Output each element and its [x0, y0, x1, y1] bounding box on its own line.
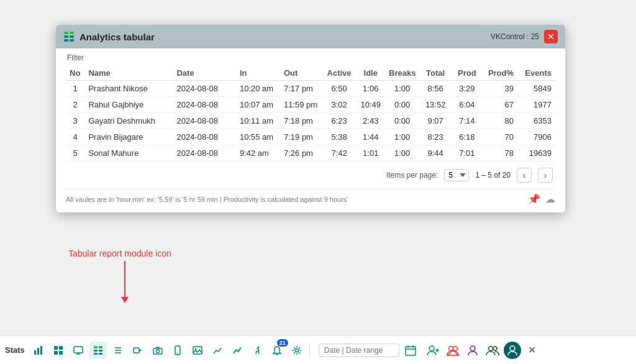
- svg-point-34: [295, 348, 298, 352]
- cell-date: 2024-08-08: [173, 129, 235, 145]
- vkcontrol-label: VKControl : 25: [491, 32, 539, 41]
- svg-rect-5: [70, 39, 74, 42]
- modal-header: Analytics tabular VKControl : 25 ✕: [56, 25, 565, 48]
- cloud-icon[interactable]: ☁: [545, 193, 555, 205]
- svg-point-46: [493, 347, 497, 350]
- date-range-input[interactable]: [319, 344, 399, 357]
- main-area: Analytics tabular VKControl : 25 ✕ Filte…: [0, 0, 636, 335]
- svg-rect-9: [54, 346, 58, 350]
- cell-out: 7:26 pm: [280, 145, 322, 162]
- person-icon[interactable]: [248, 342, 266, 359]
- cell-in: 9:42 am: [236, 145, 280, 162]
- trend-icon[interactable]: [209, 342, 226, 359]
- cell-out: 11:59 pm: [280, 97, 322, 113]
- users-red-icon[interactable]: [444, 342, 461, 359]
- cell-active: 3:02: [322, 97, 357, 113]
- annotation-text: Tabular report module icon: [68, 248, 171, 258]
- cell-prodpct: 78: [483, 145, 517, 162]
- svg-point-39: [429, 346, 434, 351]
- col-header-date: Date: [173, 66, 235, 81]
- cell-in: 10:20 am: [236, 81, 280, 97]
- list-icon[interactable]: [109, 342, 127, 359]
- date-input-area: [319, 342, 419, 359]
- svg-rect-35: [406, 347, 416, 355]
- cell-date: 2024-08-08: [173, 97, 235, 113]
- svg-rect-17: [99, 346, 102, 348]
- svg-point-45: [488, 346, 493, 350]
- trend2-icon[interactable]: [229, 342, 246, 359]
- filter-label: Filter: [67, 53, 555, 62]
- bar-chart-icon[interactable]: [30, 342, 47, 359]
- svg-point-44: [470, 346, 475, 351]
- cell-events: 6353: [517, 113, 555, 129]
- analytics-modal: Analytics tabular VKControl : 25 ✕ Filte…: [56, 25, 565, 212]
- mobile-icon[interactable]: [169, 342, 186, 359]
- pin-icon[interactable]: 📌: [528, 193, 540, 205]
- cell-out: 7:18 pm: [280, 113, 322, 129]
- cell-breaks: 0:00: [385, 113, 420, 129]
- items-per-page-select[interactable]: 5 10 20 50: [444, 169, 469, 181]
- calendar-picker-icon[interactable]: [402, 342, 419, 359]
- active-user-icon[interactable]: [504, 342, 521, 359]
- settings-icon[interactable]: [288, 342, 306, 359]
- cell-in: 10:55 am: [236, 129, 280, 145]
- svg-rect-1: [70, 32, 74, 34]
- modal-close-button[interactable]: ✕: [544, 30, 558, 43]
- cell-active: 6:50: [322, 81, 357, 97]
- cell-name: Prashant Nikose: [84, 81, 173, 97]
- cell-name: Pravin Bijagare: [84, 129, 173, 145]
- cell-no: 1: [66, 81, 84, 97]
- col-header-prodpct: Prod%: [483, 66, 517, 81]
- toolbar-close-button[interactable]: ✕: [525, 343, 540, 358]
- svg-rect-0: [64, 32, 68, 34]
- page-info: 1 – 5 of 20: [475, 171, 511, 180]
- page-prev-button[interactable]: ‹: [517, 168, 532, 183]
- monitor-icon[interactable]: [70, 342, 87, 359]
- svg-rect-19: [99, 350, 102, 352]
- cell-total: 9:44: [420, 145, 452, 162]
- cell-no: 4: [66, 129, 84, 145]
- svg-marker-26: [139, 349, 142, 352]
- annotation-area: Tabular report module icon: [68, 248, 171, 258]
- cell-no: 3: [66, 113, 84, 129]
- cell-events: 1977: [517, 97, 555, 113]
- cell-name: Gayatri Deshmukh: [84, 113, 173, 129]
- cell-name: Sonal Mahure: [84, 145, 173, 162]
- cell-prod: 7:01: [452, 145, 483, 162]
- cell-breaks: 1:00: [385, 81, 420, 97]
- col-header-out: Out: [280, 66, 322, 81]
- camera-icon[interactable]: [149, 342, 166, 359]
- table-row: 1 Prashant Nikose 2024-08-08 10:20 am 7:…: [66, 81, 555, 97]
- grid-icon[interactable]: [50, 342, 67, 359]
- table-header-row: No Name Date In Out Active Idle Breaks T…: [66, 66, 555, 81]
- cell-date: 2024-08-08: [173, 145, 235, 162]
- add-users-icon[interactable]: [424, 342, 442, 359]
- cell-idle: 10:49: [357, 97, 385, 113]
- cell-out: 7:17 pm: [280, 81, 322, 97]
- svg-rect-20: [94, 353, 98, 355]
- modal-header-right: VKControl : 25 ✕: [491, 30, 558, 43]
- users-group-icon[interactable]: [484, 342, 501, 359]
- col-header-breaks: Breaks: [385, 66, 420, 81]
- cell-in: 10:11 am: [236, 113, 280, 129]
- svg-rect-2: [64, 35, 68, 38]
- page-next-button[interactable]: ›: [538, 168, 553, 183]
- cell-total: 9:07: [420, 113, 452, 129]
- pagination-row: Items per page: 5 10 20 50 1 – 5 of 20 ‹…: [66, 168, 555, 183]
- cell-total: 8:23: [420, 129, 452, 145]
- svg-rect-3: [70, 35, 74, 38]
- col-header-total: Total: [420, 66, 452, 81]
- video-icon[interactable]: [129, 342, 147, 359]
- cell-in: 10:07 am: [236, 97, 280, 113]
- image-icon[interactable]: [189, 342, 206, 359]
- cell-no: 2: [66, 97, 84, 113]
- cell-breaks: 0:00: [385, 97, 420, 113]
- cell-prod: 7:14: [452, 113, 483, 129]
- user-purple-icon[interactable]: [464, 342, 481, 359]
- cell-no: 5: [66, 145, 84, 162]
- modal-body: Filter No Name Date In Out Active Idle B…: [56, 48, 565, 212]
- cell-events: 5849: [517, 81, 555, 97]
- tabular-report-icon[interactable]: [89, 342, 107, 359]
- bottom-toolbar: Stats: [0, 335, 636, 364]
- svg-point-33: [257, 346, 259, 348]
